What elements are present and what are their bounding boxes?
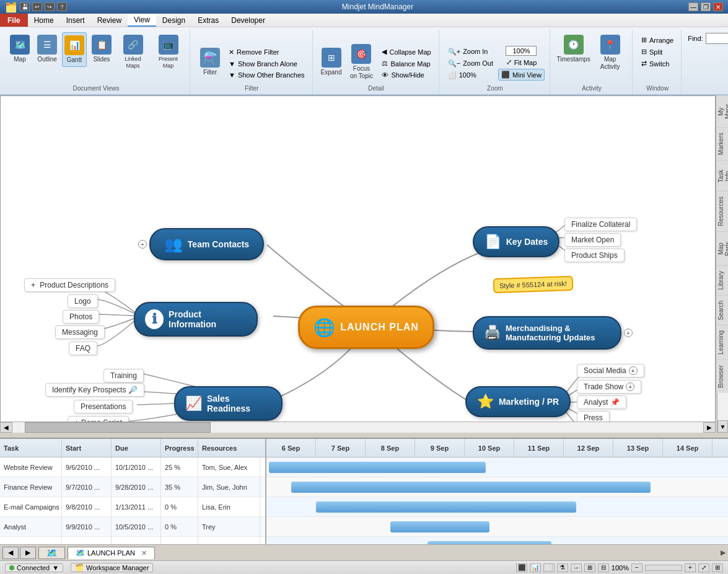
remove-filter-button[interactable]: ✕ Remove Filter: [226, 47, 307, 58]
key-dates-node[interactable]: 📄 Key Dates: [473, 226, 559, 257]
product-descriptions-node[interactable]: + Product Descriptions: [24, 278, 115, 292]
zoom-slider[interactable]: [645, 565, 682, 571]
merch-node[interactable]: 🖨️ Merchandising & Manufacturing Updates…: [473, 316, 621, 350]
merch-expand[interactable]: +: [624, 329, 633, 337]
menu-insert[interactable]: Insert: [60, 14, 91, 27]
sales-node[interactable]: 📈 Sales Readiness: [174, 386, 283, 421]
slides-button[interactable]: 📋 Slides: [89, 32, 114, 66]
outline-button[interactable]: ☰ Outline: [35, 32, 59, 66]
menu-file[interactable]: File: [0, 14, 28, 27]
connection-dropdown[interactable]: ▼: [52, 564, 59, 572]
collapse-map-button[interactable]: ◀ Collapse Map: [379, 46, 433, 57]
split-button[interactable]: ⊟ Split: [639, 46, 676, 57]
sidebar-browser[interactable]: Browser: [716, 360, 728, 393]
team-contacts-node[interactable]: 👥 Team Contacts +: [149, 228, 264, 260]
trade-show-expand[interactable]: +: [626, 382, 634, 391]
logo-node[interactable]: Logo: [68, 294, 98, 308]
menu-extras[interactable]: Extras: [191, 14, 225, 27]
finalize-collateral-node[interactable]: Finalize Collateral: [564, 218, 637, 231]
sidebar-learning[interactable]: Learning: [716, 325, 728, 360]
photos-node[interactable]: Photos: [63, 310, 99, 324]
mindmap-canvas[interactable]: 🌐 LAUNCH PLAN 👥 Team Contacts + 📄 Key Da…: [0, 95, 716, 433]
sidebar-library[interactable]: Library: [716, 265, 728, 295]
quick-access-redo[interactable]: ↪: [45, 2, 55, 11]
messaging-node[interactable]: Messaging: [55, 325, 105, 339]
find-input[interactable]: [706, 33, 728, 44]
zoom-value-input[interactable]: [506, 46, 537, 56]
marketing-node[interactable]: ⭐ Marketing / PR: [465, 386, 571, 417]
status-icon-7[interactable]: ⊟: [598, 563, 609, 572]
tab-close-button[interactable]: ✕: [141, 549, 147, 557]
minimize-button[interactable]: —: [688, 2, 698, 11]
menu-home[interactable]: Home: [28, 14, 60, 27]
team-contacts-expand[interactable]: +: [138, 240, 147, 249]
sidebar-resources[interactable]: Resources: [716, 191, 728, 231]
horizontal-scrollbar[interactable]: ◀ ▶: [0, 422, 716, 433]
linked-maps-button[interactable]: 🔗 Linked Maps: [116, 32, 149, 72]
sidebar-task-info[interactable]: Task Info: [716, 160, 728, 191]
quick-access-help[interactable]: ?: [57, 2, 67, 11]
map-activity-button[interactable]: 📍 Map Activity: [593, 32, 627, 73]
training-node[interactable]: Training: [103, 369, 144, 382]
sidebar-my-maps[interactable]: My Maps: [716, 95, 728, 127]
identify-prospects-node[interactable]: Identify Key Prospects 🔎: [45, 383, 144, 397]
close-button[interactable]: ✕: [713, 2, 723, 11]
status-icon-5[interactable]: →: [571, 563, 582, 572]
market-open-node[interactable]: Market Open: [564, 233, 621, 247]
fit-page-status[interactable]: ⤢: [698, 563, 709, 572]
scroll-down-button[interactable]: ▼: [717, 420, 728, 433]
analyst-node[interactable]: Analyst 📌: [577, 395, 626, 409]
status-icon-3[interactable]: ⬜: [543, 563, 555, 572]
balance-map-button[interactable]: ⚖ Balance Map: [379, 58, 433, 69]
menu-review[interactable]: Review: [91, 14, 128, 27]
switch-button[interactable]: ⇄ Switch: [639, 58, 676, 69]
nav-back-button[interactable]: ◀: [2, 547, 19, 559]
show-other-branches-button[interactable]: ▼ Show Other Branches: [226, 70, 307, 80]
status-filter-icon[interactable]: ⚗: [557, 563, 568, 572]
expand-button[interactable]: ⊞ Expand: [319, 45, 344, 79]
launch-plan-tab[interactable]: 🗺️ LAUNCH PLAN ✕: [68, 547, 155, 559]
quick-access-save[interactable]: 💾: [20, 2, 30, 11]
show-branch-alone-button[interactable]: ▼ Show Branch Alone: [226, 59, 307, 69]
status-icon-2[interactable]: 📊: [530, 563, 541, 572]
taskbar-more[interactable]: ▶: [721, 549, 726, 557]
zoom-in-status[interactable]: +: [685, 563, 696, 572]
taskbar-mindjet-icon[interactable]: 🗺️: [38, 547, 65, 559]
restore-button[interactable]: ❐: [701, 2, 711, 11]
connected-status[interactable]: Connected ▼: [5, 563, 63, 572]
table-row[interactable]: Website Review 9/6/2010 ... 10/1/2010 ..…: [0, 457, 265, 477]
center-node[interactable]: 🌐 LAUNCH PLAN: [298, 306, 434, 349]
table-row[interactable]: Finance Review 9/7/2010 ... 9/28/2010 ..…: [0, 477, 265, 497]
menu-view[interactable]: View: [128, 14, 156, 27]
zoom-100-button[interactable]: ⬜ 100%: [445, 70, 496, 81]
social-media-expand[interactable]: +: [629, 366, 638, 375]
faq-node[interactable]: FAQ: [69, 342, 97, 355]
workspace-manager-button[interactable]: 🗂️ Workspace Manager: [71, 563, 153, 572]
scroll-left-button[interactable]: ◀: [0, 422, 12, 433]
fit-map-button[interactable]: ⤢ Fit Map: [504, 57, 540, 68]
menu-design[interactable]: Design: [156, 14, 191, 27]
trade-show-node[interactable]: Trade Show +: [577, 380, 641, 394]
sidebar-search[interactable]: Search: [716, 295, 728, 325]
product-descriptions-expand[interactable]: +: [31, 281, 35, 289]
zoom-out-button[interactable]: 🔍− Zoom Out: [445, 58, 496, 69]
product-info-node[interactable]: ℹ Product Information: [134, 302, 258, 337]
timestamps-button[interactable]: 🕐 Timestamps: [556, 32, 590, 66]
menu-developer[interactable]: Developer: [225, 14, 271, 27]
status-icon-1[interactable]: ⬛: [516, 563, 527, 572]
present-map-button[interactable]: 📺 Present Map: [152, 32, 185, 72]
filter-button[interactable]: ⚗️ Filter: [196, 45, 224, 79]
arrange-button[interactable]: ⊞ Arrange: [639, 35, 676, 45]
social-media-node[interactable]: Social Media +: [577, 364, 644, 378]
zoom-in-button[interactable]: 🔍+ Zoom In: [445, 46, 496, 57]
zoom-out-status[interactable]: −: [631, 563, 642, 572]
mini-view-button[interactable]: ⬛ Mini View: [498, 69, 545, 81]
multi-page-status[interactable]: ⊞: [712, 563, 723, 572]
sidebar-map-parts[interactable]: Map Parts: [716, 231, 728, 265]
scroll-thumb-h[interactable]: [25, 422, 211, 433]
gantt-button[interactable]: 📊 Gantt: [62, 32, 87, 67]
status-icon-6[interactable]: ⊞: [584, 563, 595, 572]
warning-node[interactable]: Style # 555124 at risk!: [493, 277, 573, 292]
product-ships-node[interactable]: Product Ships: [564, 249, 625, 262]
table-row[interactable]: Analyst 9/9/2010 ... 10/5/2010 ... 0 % T…: [0, 517, 265, 537]
